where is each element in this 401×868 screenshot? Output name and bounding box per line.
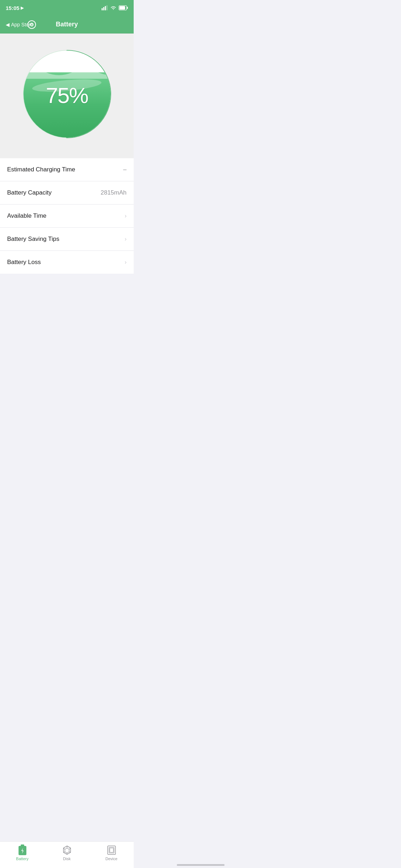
- svg-point-4: [113, 9, 114, 10]
- back-chevron: ◀: [6, 22, 10, 27]
- wifi-icon: [110, 5, 117, 10]
- battery-status-icon: [119, 5, 128, 10]
- estimated-charging-value: –: [123, 166, 127, 173]
- battery-capacity-row[interactable]: Battery Capacity 2815mAh: [0, 181, 134, 205]
- battery-loss-row[interactable]: Battery Loss ›: [0, 251, 134, 274]
- settings-icon[interactable]: [27, 20, 36, 29]
- battery-loss-chevron: ›: [125, 259, 127, 265]
- battery-saving-tips-label: Battery Saving Tips: [7, 236, 59, 243]
- signal-icon: [102, 5, 108, 10]
- svg-rect-1: [103, 7, 104, 10]
- svg-point-8: [28, 21, 36, 29]
- svg-point-9: [30, 23, 33, 26]
- battery-saving-tips-row[interactable]: Battery Saving Tips ›: [0, 228, 134, 251]
- svg-rect-0: [102, 8, 103, 10]
- battery-saving-tips-chevron: ›: [125, 236, 127, 242]
- nav-bar: ◀ App Store Battery: [0, 16, 134, 33]
- battery-percent: 75%: [46, 83, 88, 108]
- available-time-label: Available Time: [7, 212, 46, 219]
- page-title: Battery: [56, 21, 78, 28]
- info-section: Estimated Charging Time – Battery Capaci…: [0, 158, 134, 274]
- battery-capacity-value: 2815mAh: [101, 189, 127, 196]
- status-time: 15:05: [6, 5, 19, 11]
- available-time-row[interactable]: Available Time ›: [0, 205, 134, 228]
- water-wave: [24, 66, 110, 79]
- svg-rect-7: [119, 6, 125, 10]
- estimated-charging-label: Estimated Charging Time: [7, 166, 75, 173]
- svg-rect-6: [127, 7, 128, 9]
- battery-water-container: 75%: [24, 51, 110, 138]
- status-bar: 15:05 ▶: [0, 0, 134, 16]
- battery-loss-label: Battery Loss: [7, 259, 41, 266]
- svg-rect-3: [107, 5, 108, 10]
- available-time-chevron: ›: [125, 213, 127, 219]
- battery-gauge-section: 75%: [0, 33, 134, 158]
- location-icon: ▶: [21, 6, 24, 10]
- status-icons: [102, 5, 128, 10]
- battery-capacity-label: Battery Capacity: [7, 189, 52, 196]
- estimated-charging-row[interactable]: Estimated Charging Time –: [0, 158, 134, 181]
- battery-circle-container: 75%: [21, 48, 113, 140]
- main-content: 75% Estimated Charging Time – Battery Ca…: [0, 33, 134, 306]
- svg-rect-2: [105, 6, 106, 10]
